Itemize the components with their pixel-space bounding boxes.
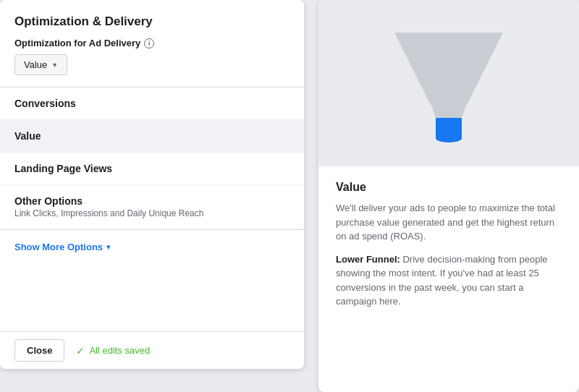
funnel-container: [318, 0, 579, 166]
optimization-dropdown[interactable]: Value ▼: [14, 54, 67, 75]
menu-item-conversions[interactable]: Conversions: [0, 88, 304, 120]
menu-item-other[interactable]: Other Options Link Clicks, Impressions a…: [0, 185, 304, 229]
left-panel: Optimization & Delivery Optimization for…: [0, 0, 304, 369]
optimization-label: Optimization for Ad Delivery i: [0, 38, 304, 54]
svg-point-3: [436, 134, 462, 142]
show-more-link[interactable]: Show More Options ▾: [0, 230, 304, 264]
dropdown-arrow-icon: ▼: [51, 61, 58, 69]
info-card-description: We'll deliver your ads to people to maxi…: [336, 201, 562, 244]
funnel-diagram: [391, 25, 507, 148]
close-button[interactable]: Close: [14, 339, 64, 362]
section-title: Optimization & Delivery: [0, 14, 304, 38]
right-panel: Value We'll deliver your ads to people t…: [318, 0, 579, 392]
info-content: Value We'll deliver your ads to people t…: [318, 166, 579, 332]
bottom-bar: Close ✓ All edits saved: [0, 331, 304, 369]
svg-marker-4: [431, 103, 467, 118]
show-more-arrow-icon: ▾: [106, 243, 110, 251]
page-wrapper: Optimization & Delivery Optimization for…: [0, 0, 579, 392]
check-icon: ✓: [76, 345, 85, 357]
saved-status: ✓ All edits saved: [76, 345, 150, 357]
menu-item-landing-page[interactable]: Landing Page Views: [0, 153, 304, 185]
info-icon[interactable]: i: [144, 38, 154, 48]
info-card-lower-funnel: Lower Funnel: Drive decision-making from…: [336, 252, 562, 309]
info-card-title: Value: [336, 181, 562, 194]
dropdown-menu: Conversions Value Landing Page Views Oth…: [0, 88, 304, 229]
menu-item-value[interactable]: Value: [0, 120, 304, 153]
svg-marker-0: [394, 33, 503, 105]
